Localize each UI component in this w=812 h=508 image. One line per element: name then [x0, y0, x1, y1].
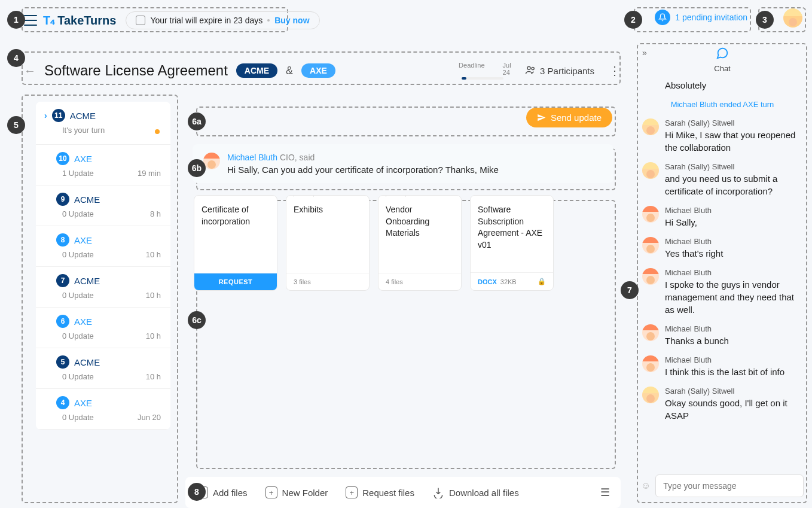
turn-time: 10 h — [146, 331, 161, 340]
new-folder-button[interactable]: + New Folder — [265, 486, 328, 498]
msg-body: Hi Sally, Can you add your certificate o… — [227, 165, 603, 175]
send-icon — [537, 113, 546, 122]
turn-number: 9 — [56, 193, 69, 206]
author-name: Michael Bluth — [227, 153, 277, 162]
turn-item[interactable]: 5ACME0 Update10 h — [36, 348, 170, 389]
turn-party: ACME — [74, 357, 100, 367]
chat-header: » Chat — [639, 43, 806, 78]
marker-6c: 6c — [188, 311, 206, 329]
send-bar: Send update — [185, 102, 621, 133]
marker-7: 7 — [621, 281, 639, 299]
turn-item[interactable]: 4AXE0 UpdateJun 20 — [36, 389, 170, 430]
file-count: 3 files — [286, 273, 369, 290]
new-folder-label: New Folder — [282, 488, 328, 498]
list-view-icon[interactable]: ☰ — [600, 486, 610, 499]
turn-party: AXE — [74, 317, 92, 327]
file-count: 4 files — [378, 273, 461, 290]
svg-point-0 — [527, 66, 530, 69]
turn-item[interactable]: 10AXE1 Update19 min — [36, 145, 170, 185]
chat-avatar-icon — [642, 162, 659, 179]
file-title: Exhibits — [286, 196, 369, 273]
trial-banner: Your trial will expire in 23 days Buy no… — [126, 11, 319, 29]
notifications[interactable]: 1 pending invitation — [655, 10, 747, 25]
chat-author: Michael Bluth — [665, 268, 802, 277]
marker-4: 4 — [7, 49, 25, 67]
turn-item[interactable]: 9ACME0 Update8 h — [36, 185, 170, 226]
bell-icon — [655, 10, 670, 25]
chat-body[interactable]: Absolutely Michael Bluth ended AXE turn … — [639, 78, 806, 470]
svg-point-1 — [532, 67, 534, 69]
turn-party: AXE — [74, 154, 92, 164]
menu-icon[interactable] — [24, 15, 37, 26]
party-a-pill[interactable]: ACME — [236, 63, 277, 78]
lock-icon: 🔒 — [538, 278, 546, 285]
turn-status: 0 Update — [62, 413, 94, 422]
file-meta: DOCX32KB🔒 — [471, 272, 553, 290]
turn-number: 5 — [56, 355, 69, 369]
chat-body-text: Yes that's right — [665, 247, 802, 260]
file-card[interactable]: Vendor Onboarding Materials4 files — [378, 195, 462, 291]
turn-item[interactable]: 7ACME0 Update10 h — [36, 267, 170, 308]
people-icon — [524, 64, 536, 78]
chat-message: Michael BluthI think this is the last bi… — [642, 355, 802, 378]
chat-author: Sarah (Sally) Sitwell — [665, 162, 802, 171]
buy-now-link[interactable]: Buy now — [274, 16, 309, 25]
turn-item[interactable]: ›11ACMEIt's your turn — [36, 102, 170, 145]
chat-message: Michael BluthHi Sally, — [642, 206, 802, 229]
chat-author: Michael Bluth — [665, 237, 802, 246]
turn-time: 8 h — [150, 209, 161, 218]
turn-item[interactable]: 8AXE0 Update10 h — [36, 226, 170, 267]
turn-party: ACME — [74, 194, 100, 205]
participants-text: 3 Participants — [540, 66, 594, 76]
logo[interactable]: T₄ TakeTurns — [43, 13, 116, 28]
chat-body-text: Okay sounds good, I'll get on it ASAP — [665, 397, 802, 422]
turn-number: 8 — [56, 233, 69, 247]
send-update-button[interactable]: Send update — [526, 108, 612, 127]
file-card[interactable]: Exhibits3 files — [286, 195, 370, 291]
trial-text: Your trial will expire in 23 days — [150, 16, 262, 25]
chat-body-text: Absolutely — [665, 79, 706, 92]
turn-status: 0 Update — [62, 250, 94, 259]
turn-number: 11 — [52, 109, 65, 122]
chat-avatar-icon — [642, 355, 659, 372]
turn-number: 4 — [56, 396, 69, 409]
turn-status: It's your turn — [62, 126, 105, 135]
active-dot-icon — [155, 129, 160, 134]
turn-message: Michael Bluth CIO, said Hi Sally, Can yo… — [193, 144, 613, 183]
collapse-icon[interactable]: » — [642, 48, 647, 57]
request-files-button[interactable]: + Request files — [346, 486, 414, 498]
turn-time: Jun 20 — [138, 413, 161, 422]
file-title: Software Subscription Agreement - AXE v0… — [471, 196, 553, 272]
file-card[interactable]: Software Subscription Agreement - AXE v0… — [470, 195, 554, 291]
chat-message: Absolutely — [642, 78, 802, 92]
turn-item[interactable]: 6AXE0 Update10 h — [36, 308, 170, 348]
file-card[interactable]: Certificate of incorporationREQUEST — [194, 195, 277, 291]
folder-tab-icon — [386, 195, 406, 197]
folder-tab-icon — [294, 195, 314, 197]
more-icon[interactable]: ⋮ — [609, 63, 621, 78]
marker-1: 1 — [7, 11, 25, 29]
deadline-progress — [462, 77, 503, 80]
marker-5: 5 — [7, 116, 25, 134]
back-icon[interactable]: ← — [24, 64, 36, 78]
emoji-icon[interactable]: ☺ — [641, 480, 651, 491]
chat-body-text: Hi Sally, — [665, 216, 802, 229]
chat-message: Michael BluthThanks a bunch — [642, 324, 802, 347]
request-files-icon: + — [346, 486, 358, 498]
notif-text: 1 pending invitation — [675, 13, 747, 22]
user-avatar[interactable] — [783, 8, 802, 28]
dot-icon — [267, 19, 270, 22]
calendar-icon — [136, 16, 145, 25]
chat-input[interactable] — [655, 474, 804, 497]
party-b-pill[interactable]: AXE — [301, 63, 335, 78]
send-label: Send update — [551, 112, 602, 123]
turn-time: 10 h — [146, 291, 161, 300]
turn-time: 10 h — [146, 250, 161, 259]
chat-author: Michael Bluth — [665, 355, 802, 364]
turn-status: 0 Update — [62, 291, 94, 300]
chat-panel: » Chat Absolutely Michael Bluth ended AX… — [639, 43, 806, 502]
chat-label: Chat — [714, 64, 730, 73]
participants[interactable]: 3 Participants — [524, 64, 594, 78]
ampersand: & — [286, 65, 293, 77]
download-all-button[interactable]: Download all files — [432, 486, 519, 498]
